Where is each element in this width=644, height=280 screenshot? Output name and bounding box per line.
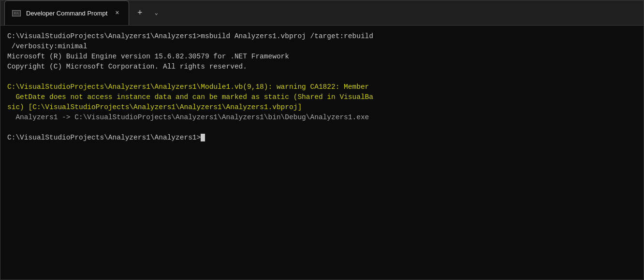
tab-dropdown-button[interactable]: ⌄ [148, 5, 164, 21]
terminal-icon [12, 9, 21, 17]
title-bar: Developer Command Prompt × + ⌄ [0, 0, 644, 26]
terminal-window: Developer Command Prompt × + ⌄ C:\Visual… [0, 0, 644, 280]
terminal-line-1: C:\VisualStudioProjects\Analyzers1\Analy… [7, 31, 637, 52]
terminal-line-2: Microsoft (R) Build Engine version 15.6.… [7, 52, 637, 62]
tab-close-button[interactable]: × [112, 8, 122, 18]
terminal-prompt: C:\VisualStudioProjects\Analyzers1\Analy… [7, 133, 637, 143]
terminal-line-3: Copyright (C) Microsoft Corporation. All… [7, 62, 637, 72]
terminal-line-output: Analyzers1 -> C:\VisualStudioProjects\An… [7, 112, 637, 123]
terminal-line-empty-1 [7, 72, 637, 82]
cursor [201, 134, 205, 141]
terminal-line-empty-2 [7, 123, 637, 133]
tab-title: Developer Command Prompt [26, 10, 107, 17]
terminal-line-warning: C:\VisualStudioProjects\Analyzers1\Analy… [7, 82, 637, 112]
new-tab-button[interactable]: + [131, 4, 148, 22]
active-tab[interactable]: Developer Command Prompt × [4, 0, 129, 25]
terminal-body[interactable]: C:\VisualStudioProjects\Analyzers1\Analy… [0, 26, 644, 280]
terminal-icon-inner [12, 10, 21, 16]
tab-area: Developer Command Prompt × + ⌄ [4, 0, 164, 25]
